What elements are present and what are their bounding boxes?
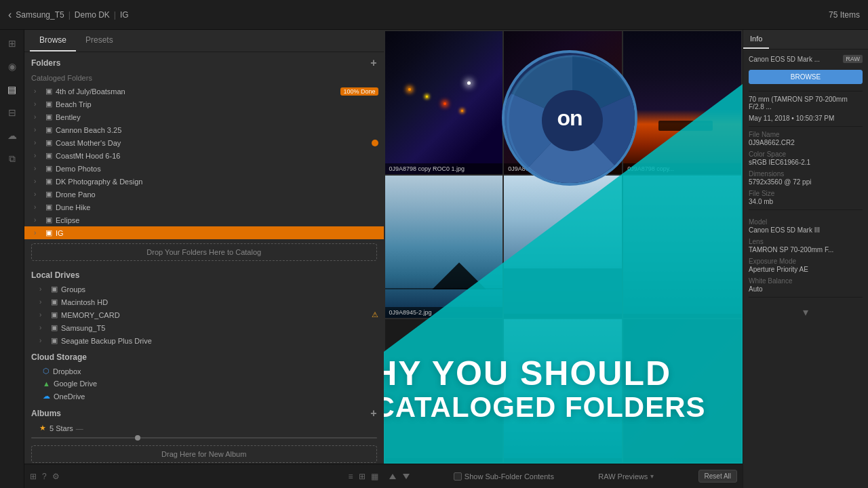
info-tab-bar: Info: [743, 30, 868, 49]
drive-item[interactable]: › ▣ Macintosh HD: [24, 296, 384, 308]
top-bar: ‹ Samsung_T5 | Demo DK | IG 75 Items: [0, 0, 868, 30]
path-sep-1: |: [68, 10, 71, 20]
reset-all-btn[interactable]: Reset All: [698, 470, 737, 483]
drive-icon: ▣: [51, 298, 58, 306]
list-view-icon[interactable]: ≡: [348, 472, 353, 481]
folder-item[interactable]: › ▣ Dune Hike: [24, 201, 384, 214]
photo-cell-6[interactable]: [623, 176, 741, 319]
drive-item-memory[interactable]: › ▣ MEMORY_CARD ⚠: [24, 308, 384, 321]
folder-closed-icon: ▣: [45, 151, 52, 160]
cloud-item-onedrive[interactable]: ☁ OneDrive: [24, 390, 384, 403]
tab-presets[interactable]: Presets: [76, 30, 123, 52]
album-slider-row: [24, 434, 384, 441]
settings-icon[interactable]: ⚙: [52, 472, 60, 481]
grid-icon[interactable]: ⊞: [4, 35, 20, 52]
cloud-icon[interactable]: ☁: [4, 127, 20, 144]
folder-item-name: DK Photography & Design: [56, 178, 378, 186]
lens-row: 70 mm (TAMRON SP 70-200mm F/2.8 ...: [749, 96, 863, 110]
content-bottom-bar: Show Sub-Folder Contents RAW Previews ▾ …: [384, 464, 743, 488]
photo-cell-9[interactable]: [623, 319, 741, 462]
layers-icon[interactable]: ⧉: [4, 150, 20, 167]
extra-value: Canon EOS 5D Mark III: [749, 226, 863, 234]
folder-item[interactable]: › ▣ CoastMt Hood 6-16: [24, 149, 384, 162]
folder-item[interactable]: › ▣ DK Photography & Design: [24, 175, 384, 188]
photo-cell-8[interactable]: [504, 319, 622, 462]
folders-label: Folders: [31, 58, 60, 68]
folder-item[interactable]: › ▣ Coast Mother's Day: [24, 136, 384, 149]
divider: [749, 297, 863, 298]
folder-closed-icon: ▣: [45, 138, 52, 147]
filmstrip-view-icon[interactable]: ▦: [371, 472, 378, 481]
folder-item-name: Eclipse: [56, 216, 378, 224]
folder-item[interactable]: › ▣ Drone Pano: [24, 188, 384, 201]
folder-item[interactable]: › ▣ Cannon Beach 3.25: [24, 123, 384, 136]
folder-done-badge: 100% Done: [340, 87, 378, 96]
drive-icon: ▣: [51, 336, 58, 345]
wb-label: White Balance: [749, 277, 863, 285]
content-area: 0J9A8798 copy ROC0 1.jpg 0J9A8798 copy R…: [384, 30, 743, 488]
folder-item[interactable]: › ▣ Bentley: [24, 110, 384, 123]
extra-label: Model: [749, 218, 863, 226]
folder-item[interactable]: › ▣ Demo Photos: [24, 162, 384, 175]
chevron-right-icon: ›: [34, 216, 42, 224]
chevron-right-icon: ›: [34, 178, 42, 185]
folder-icon[interactable]: ▤: [4, 81, 20, 98]
photo-caption: [623, 458, 741, 462]
raw-previews-label: RAW Previews: [598, 472, 648, 481]
browse-btn[interactable]: BROWSE: [749, 70, 863, 84]
camera-icon[interactable]: ◉: [4, 58, 20, 75]
stack-icon[interactable]: ⊟: [4, 104, 20, 121]
cloud-item-dropbox[interactable]: ⬡ Dropbox: [24, 365, 384, 378]
grid-view-icon[interactable]: ⊞: [30, 472, 37, 481]
gdrive-icon: ▲: [43, 380, 50, 388]
drive-name: Macintosh HD: [61, 298, 378, 306]
folder-item-active[interactable]: › ▣ IG: [24, 226, 384, 239]
photo-cell-3[interactable]: 0J9A8798 copy...: [623, 31, 741, 174]
folder-item[interactable]: › ▣ Eclipse: [24, 214, 384, 226]
drop-folders-btn[interactable]: Drop Your Folders Here to Catalog: [31, 243, 377, 261]
scroll-down-btn[interactable]: [403, 474, 410, 479]
show-subfolder-row: Show Sub-Folder Contents: [454, 472, 554, 481]
photo-caption: 0J9A8798 copy...: [623, 163, 741, 174]
info-expand-btn[interactable]: ▾: [749, 302, 863, 323]
tab-browse[interactable]: Browse: [30, 30, 76, 52]
cloud-name: OneDrive: [54, 392, 378, 401]
folder-closed-icon: ▣: [45, 190, 52, 199]
folder-item[interactable]: › ▣ 4th of July/Boatsman 100% Done: [24, 85, 384, 98]
cataloged-folders-label: Cataloged Folders: [24, 71, 384, 85]
drive-item[interactable]: › ▣ Samsung_T5: [24, 321, 384, 334]
scroll-up-btn[interactable]: [389, 474, 396, 479]
help-icon[interactable]: ?: [42, 472, 47, 481]
dimensions-value: 5792x3560 @ 72 ppi: [749, 178, 863, 186]
drive-item[interactable]: › ▣ Groups: [24, 283, 384, 296]
photo-cell-1[interactable]: 0J9A8798 copy ROC0 1.jpg: [385, 31, 503, 174]
chevron-right-icon: ›: [39, 311, 47, 319]
album-slider[interactable]: [31, 437, 377, 439]
status-dot: [372, 140, 378, 146]
colorspace-row: Color Space sRGB IEC61966-2.1: [749, 150, 863, 166]
raw-previews-chevron[interactable]: ▾: [650, 472, 654, 480]
photo-cell-4[interactable]: 0J9A8945-2.jpg: [385, 176, 503, 319]
cloud-item-gdrive[interactable]: ▲ Google Drive: [24, 378, 384, 390]
add-folder-btn[interactable]: +: [370, 58, 376, 68]
nav-back-btn[interactable]: ‹: [8, 9, 12, 21]
slider-thumb[interactable]: [135, 435, 140, 441]
show-subfolder-checkbox[interactable]: [454, 472, 462, 481]
drive-name: Seagate Backup Plus Drive: [61, 337, 378, 345]
photo-cell-2[interactable]: 0J9A8798 copy ROC1 1.jpg: [504, 31, 622, 174]
photo-cell-5[interactable]: [504, 176, 622, 319]
drag-album-btn[interactable]: Drag Here for New Album: [31, 445, 377, 463]
info-tab-info[interactable]: Info: [743, 30, 769, 49]
thumbnail-view-icon[interactable]: ⊞: [359, 472, 366, 481]
add-album-btn[interactable]: +: [370, 408, 376, 419]
breadcrumb: ‹ Samsung_T5 | Demo DK | IG: [8, 9, 129, 21]
chevron-right-icon: ›: [39, 285, 47, 293]
folder-item[interactable]: › ▣ Beach Trip: [24, 98, 384, 110]
drive-item[interactable]: › ▣ Seagate Backup Plus Drive: [24, 334, 384, 347]
wb-value: Auto: [749, 285, 863, 293]
folder-item-name: CoastMt Hood 6-16: [56, 152, 378, 160]
photo-cell-7[interactable]: [385, 319, 503, 462]
folder-closed-icon: ▣: [45, 113, 52, 121]
album-item[interactable]: ★ 5 Stars —: [24, 422, 384, 434]
folder-closed-icon: ▣: [45, 164, 52, 173]
